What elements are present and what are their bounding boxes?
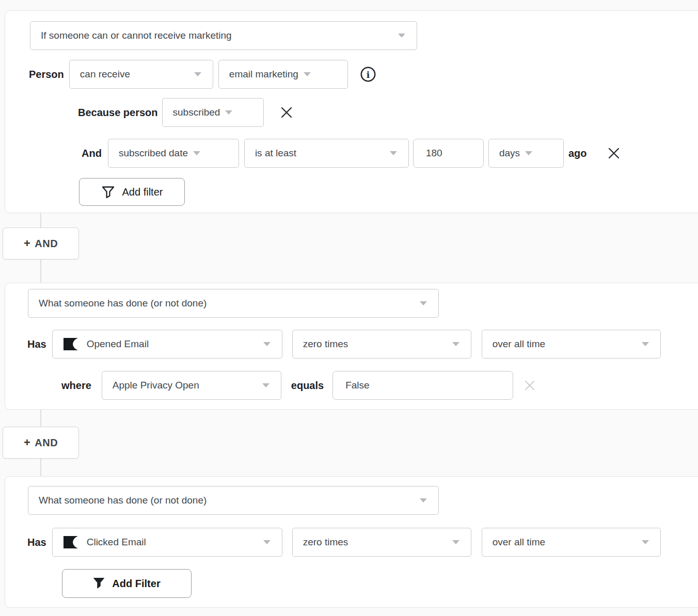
condition-type-value: If someone can or cannot receive marketi…: [41, 30, 232, 41]
condition-type-value: What someone has done (or not done): [39, 298, 207, 309]
funnel-icon: [93, 577, 105, 590]
close-icon[interactable]: [606, 145, 622, 161]
date-field-value: subscribed date: [119, 148, 188, 159]
frequency-value: zero times: [303, 338, 348, 350]
date-field-select[interactable]: subscribed date: [108, 139, 239, 168]
chevron-down-icon: [420, 498, 427, 502]
svg-text:i: i: [367, 70, 370, 80]
unit-value: days: [499, 148, 520, 159]
and-connector-label: AND: [35, 238, 58, 250]
add-filter-button[interactable]: Add Filter: [62, 569, 192, 598]
chevron-down-icon: [398, 34, 405, 38]
chevron-down-icon: [194, 72, 201, 76]
reason-value: subscribed: [173, 107, 220, 118]
add-filter-label: Add Filter: [112, 578, 160, 590]
chevron-down-icon: [525, 151, 532, 155]
because-person-row: Because person subscribed: [5, 98, 698, 127]
chevron-down-icon: [642, 540, 649, 544]
consent-status-select[interactable]: can receive: [69, 60, 213, 89]
condition-type-select[interactable]: If someone can or cannot receive marketi…: [30, 21, 417, 50]
property-value: Apple Privacy Open: [113, 380, 199, 391]
frequency-value: zero times: [303, 537, 348, 548]
ago-label: ago: [568, 148, 587, 159]
funnel-icon: [101, 185, 115, 199]
property-value-input[interactable]: [332, 371, 513, 400]
timeframe-value: over all time: [493, 537, 545, 548]
chevron-down-icon: [304, 72, 311, 76]
klaviyo-flag-icon: [63, 337, 78, 351]
where-label: where: [61, 380, 91, 392]
person-consent-row: Person can receive email marketing i: [5, 60, 698, 89]
segment-builder: If someone can or cannot receive marketi…: [0, 0, 698, 616]
channel-value: email marketing: [229, 69, 298, 80]
event-select[interactable]: Opened Email: [52, 330, 282, 359]
chevron-down-icon: [262, 383, 269, 387]
operator-value: is at least: [255, 148, 296, 159]
event-select[interactable]: Clicked Email: [52, 528, 282, 557]
subscribed-date-row: And subscribed date is at least days ago: [5, 139, 698, 168]
event-row: Has Opened Email zero times over all tim…: [5, 330, 698, 359]
property-select[interactable]: Apple Privacy Open: [102, 371, 281, 400]
chevron-down-icon: [263, 540, 271, 544]
condition-card-opened-email: What someone has done (or not done) Has …: [5, 283, 698, 410]
condition-card-marketing: If someone can or cannot receive marketi…: [5, 10, 698, 213]
timeframe-select[interactable]: over all time: [482, 330, 661, 359]
plus-icon: +: [24, 436, 30, 449]
condition-type-select[interactable]: What someone has done (or not done): [28, 289, 439, 318]
chevron-down-icon: [452, 342, 459, 346]
unit-select[interactable]: days: [488, 139, 564, 168]
add-and-condition-button[interactable]: + AND: [3, 228, 79, 260]
frequency-select[interactable]: zero times: [292, 528, 471, 557]
where-filter-row: where Apple Privacy Open equals: [5, 371, 698, 400]
plus-icon: +: [24, 237, 30, 250]
and-label: And: [82, 148, 102, 159]
channel-select[interactable]: email marketing: [218, 60, 348, 89]
chevron-down-icon: [263, 342, 271, 346]
condition-type-value: What someone has done (or not done): [39, 495, 207, 506]
frequency-select[interactable]: zero times: [292, 330, 471, 359]
event-value: Opened Email: [87, 338, 149, 350]
timeframe-select[interactable]: over all time: [482, 528, 661, 557]
condition-type-select[interactable]: What someone has done (or not done): [28, 486, 439, 515]
reason-select[interactable]: subscribed: [162, 98, 264, 127]
consent-status-value: can receive: [80, 69, 130, 80]
has-label: Has: [27, 537, 46, 548]
operator-select[interactable]: is at least: [244, 139, 409, 168]
add-filter-label: Add filter: [122, 186, 163, 198]
condition-card-clicked-email: What someone has done (or not done) Has …: [5, 476, 698, 608]
close-icon[interactable]: [279, 105, 294, 120]
timeframe-value: over all time: [493, 338, 545, 350]
chevron-down-icon: [452, 540, 459, 544]
remove-filter-icon[interactable]: [524, 379, 536, 392]
chevron-down-icon: [390, 151, 397, 155]
chevron-down-icon: [642, 342, 649, 346]
has-label: Has: [27, 338, 46, 350]
person-label: Person: [29, 69, 64, 80]
klaviyo-flag-icon: [63, 536, 78, 549]
add-filter-button[interactable]: Add filter: [79, 178, 185, 206]
add-and-condition-button[interactable]: + AND: [3, 427, 79, 459]
and-connector-label: AND: [35, 437, 58, 449]
because-person-label: Because person: [78, 107, 158, 119]
days-value-input[interactable]: [413, 139, 484, 168]
event-row: Has Clicked Email zero times over all ti…: [5, 528, 698, 557]
equals-label: equals: [291, 380, 324, 392]
info-icon[interactable]: i: [359, 66, 377, 83]
chevron-down-icon: [420, 301, 427, 305]
event-value: Clicked Email: [87, 537, 146, 548]
chevron-down-icon: [193, 151, 200, 155]
chevron-down-icon: [225, 110, 232, 115]
